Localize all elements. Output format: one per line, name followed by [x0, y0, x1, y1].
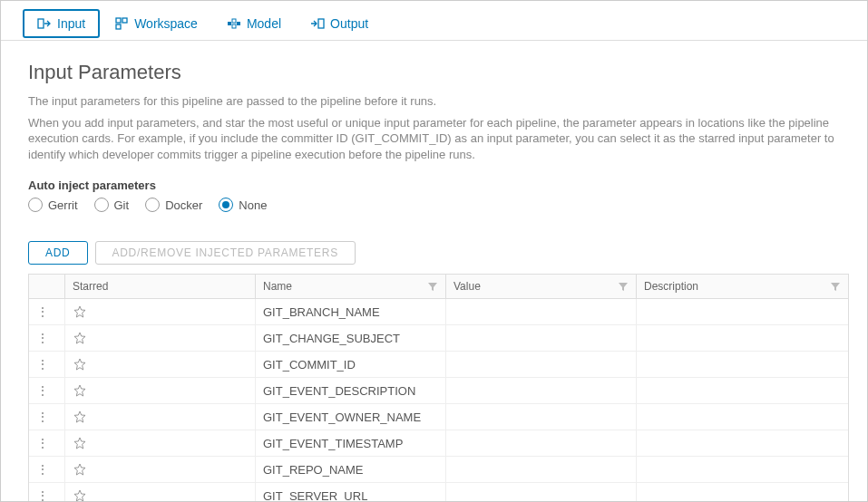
table-row[interactable]: ⋮GIT_EVENT_DESCRIPTION [29, 378, 848, 404]
tab-label: Input [57, 16, 85, 31]
description-cell[interactable] [637, 457, 848, 482]
tab-model[interactable]: Model [212, 9, 296, 38]
tab-output[interactable]: Output [296, 9, 383, 38]
auto-inject-label: Auto inject parameters [28, 179, 840, 192]
column-description[interactable]: Description [637, 275, 848, 298]
row-menu-icon[interactable]: ⋮ [36, 332, 47, 344]
radio-icon [219, 198, 233, 212]
starred-cell [65, 457, 256, 482]
auto-inject-radio-group: GerritGitDockerNone [28, 198, 840, 212]
radio-icon [94, 198, 109, 212]
description-cell[interactable] [637, 378, 848, 403]
table-row[interactable]: ⋮GIT_BRANCH_NAME [29, 299, 848, 325]
star-icon[interactable] [73, 331, 87, 345]
name-cell: GIT_BRANCH_NAME [256, 299, 446, 324]
value-cell[interactable] [446, 299, 637, 324]
tab-input[interactable]: Input [23, 9, 100, 38]
svg-rect-6 [232, 24, 236, 28]
add-remove-injected-button: ADD/REMOVE INJECTED PARAMETERS [95, 241, 356, 265]
input-icon [37, 16, 52, 31]
help-text-2: When you add input parameters, and star … [28, 115, 840, 163]
table-row[interactable]: ⋮GIT_EVENT_TIMESTAMP [29, 430, 848, 457]
value-cell[interactable] [446, 352, 637, 377]
starred-cell [65, 325, 256, 351]
radio-label: Git [114, 198, 130, 212]
row-actions-cell: ⋮ [29, 404, 65, 430]
help-text-1: The input parameters for this pipeline a… [28, 93, 840, 110]
filter-icon[interactable] [427, 281, 438, 292]
star-icon[interactable] [73, 436, 87, 450]
row-actions-cell: ⋮ [29, 352, 65, 377]
row-menu-icon[interactable]: ⋮ [36, 437, 47, 449]
star-icon[interactable] [73, 357, 87, 372]
page-title: Input Parameters [28, 61, 840, 84]
tab-workspace[interactable]: Workspace [100, 9, 212, 38]
svg-rect-3 [116, 24, 121, 29]
param-name: GIT_EVENT_DESCRIPTION [263, 384, 415, 398]
radio-label: Gerrit [48, 198, 78, 212]
row-menu-icon[interactable]: ⋮ [36, 489, 47, 502]
tab-bar: Input Workspace Model Output [1, 1, 867, 41]
workspace-icon [114, 16, 129, 31]
description-cell[interactable] [637, 483, 848, 502]
radio-label: None [239, 198, 267, 212]
star-icon[interactable] [73, 383, 87, 398]
add-button[interactable]: ADD [28, 241, 88, 265]
tab-label: Workspace [134, 16, 198, 31]
star-icon[interactable] [73, 488, 87, 502]
value-cell[interactable] [446, 430, 637, 456]
param-name: GIT_BRANCH_NAME [263, 305, 380, 319]
star-icon[interactable] [73, 304, 87, 319]
value-cell[interactable] [446, 378, 637, 403]
value-cell[interactable] [446, 325, 637, 351]
row-menu-icon[interactable]: ⋮ [36, 463, 47, 476]
starred-cell [65, 352, 256, 377]
filter-icon[interactable] [830, 281, 841, 292]
table-row[interactable]: ⋮GIT_COMMIT_ID [29, 352, 848, 378]
column-handle [29, 275, 65, 298]
value-cell[interactable] [446, 404, 637, 430]
column-starred[interactable]: Starred [65, 275, 256, 298]
star-icon[interactable] [73, 462, 87, 477]
name-cell: GIT_SERVER_URL [256, 483, 446, 502]
radio-git[interactable]: Git [94, 198, 130, 212]
row-menu-icon[interactable]: ⋮ [36, 410, 47, 423]
radio-icon [28, 198, 43, 212]
column-name[interactable]: Name [256, 275, 446, 298]
table-row[interactable]: ⋮GIT_REPO_NAME [29, 457, 848, 483]
filter-icon[interactable] [618, 281, 629, 292]
description-cell[interactable] [637, 299, 848, 324]
row-actions-cell: ⋮ [29, 483, 65, 502]
column-value[interactable]: Value [446, 275, 637, 298]
radio-gerrit[interactable]: Gerrit [28, 198, 78, 212]
tab-label: Model [247, 16, 281, 31]
table-row[interactable]: ⋮GIT_EVENT_OWNER_NAME [29, 404, 848, 430]
star-icon[interactable] [73, 410, 87, 424]
description-cell[interactable] [637, 430, 848, 456]
row-menu-icon[interactable]: ⋮ [36, 358, 47, 371]
value-cell[interactable] [446, 483, 637, 502]
svg-rect-0 [38, 19, 44, 28]
radio-docker[interactable]: Docker [145, 198, 202, 212]
starred-cell [65, 299, 256, 324]
table-row[interactable]: ⋮GIT_CHANGE_SUBJECT [29, 325, 848, 352]
table-row[interactable]: ⋮GIT_SERVER_URL [29, 483, 848, 502]
name-cell: GIT_EVENT_TIMESTAMP [256, 430, 446, 456]
name-cell: GIT_REPO_NAME [256, 457, 446, 482]
radio-none[interactable]: None [219, 198, 267, 212]
value-cell[interactable] [446, 457, 637, 482]
svg-rect-4 [228, 22, 231, 25]
description-cell[interactable] [637, 352, 848, 377]
row-actions-cell: ⋮ [29, 299, 65, 324]
row-actions-cell: ⋮ [29, 325, 65, 351]
description-cell[interactable] [637, 325, 848, 351]
row-actions-cell: ⋮ [29, 457, 65, 482]
row-actions-cell: ⋮ [29, 378, 65, 403]
param-name: GIT_COMMIT_ID [263, 358, 356, 372]
radio-icon [145, 198, 160, 212]
table-header: Starred Name Value [29, 275, 848, 299]
row-menu-icon[interactable]: ⋮ [36, 384, 47, 397]
row-menu-icon[interactable]: ⋮ [36, 305, 47, 318]
description-cell[interactable] [637, 404, 848, 430]
radio-label: Docker [165, 198, 202, 212]
